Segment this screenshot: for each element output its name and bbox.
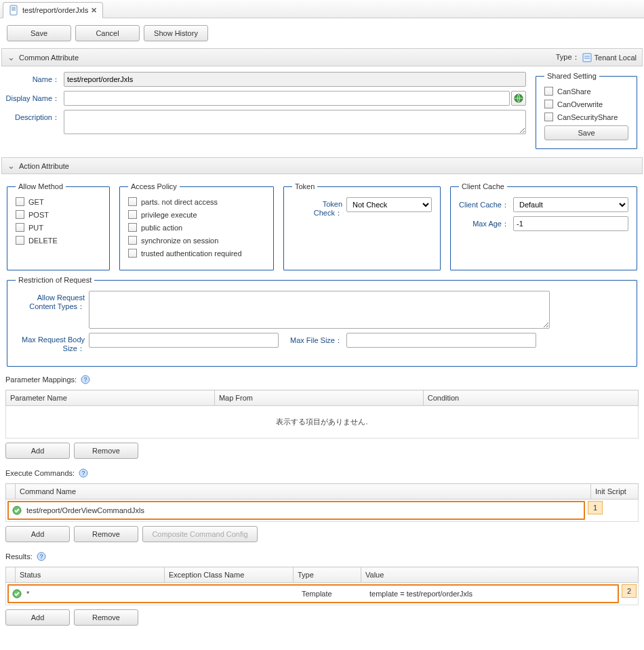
sync-checkbox[interactable] [128,236,137,245]
col-init-script[interactable]: Init Script [591,484,639,500]
result-icon [12,588,22,599]
put-label: PUT [28,224,43,232]
privilege-checkbox[interactable] [128,210,137,219]
parameter-mappings-grid: Parameter Name Map From Condition 表示する項目… [5,390,639,439]
parameter-mappings-label: Parameter Mappings: ? [0,375,644,387]
parts-label: parts. not direct access [141,198,218,206]
close-icon[interactable]: ✕ [91,6,97,15]
can-security-share-checkbox[interactable] [544,113,553,121]
max-age-label: Max Age： [459,216,513,229]
localize-button[interactable] [511,91,526,106]
svg-text:?: ? [84,376,87,383]
tab-title: test/report/orderJxls [22,6,88,14]
description-label: Description： [5,110,64,123]
access-policy-legend: Access Policy [128,182,180,190]
param-remove-button[interactable]: Remove [74,443,138,459]
trusted-checkbox[interactable] [128,249,137,258]
chevron-down-icon: ⌄ [7,53,15,62]
trusted-label: trusted authentication required [141,249,242,258]
col-condition[interactable]: Condition [423,390,638,406]
param-add-button[interactable]: Add [5,443,70,459]
col-exception[interactable]: Exception Class Name [165,567,294,583]
can-share-label: CanShare [557,87,591,96]
type-value: Tenant Local [595,54,637,62]
can-overwrite-label: CanOverwrite [557,100,603,108]
section-title: Common Attribute [19,54,79,62]
help-icon[interactable]: ? [79,468,88,478]
allow-ct-label: Allow Request Content Types： [16,291,89,312]
results-remove-button[interactable]: Remove [74,609,138,626]
svg-text:?: ? [39,553,43,560]
can-overwrite-checkbox[interactable] [544,100,553,108]
section-action-attribute[interactable]: ⌄ Action Attribute [1,157,643,174]
delete-checkbox[interactable] [16,236,24,245]
tab-bar: test/report/orderJxls ✕ [0,0,644,18]
post-checkbox[interactable] [16,210,24,219]
exec-add-button[interactable]: Add [5,526,70,542]
result-status: * [26,590,174,598]
results-add-button[interactable]: Add [5,609,70,626]
token-check-select[interactable]: Not Check [346,197,432,212]
max-age-field[interactable] [513,216,628,231]
get-label: GET [28,198,44,206]
display-name-field[interactable] [64,91,510,106]
description-field[interactable] [64,110,526,134]
document-icon [9,5,20,16]
col-map-from[interactable]: Map From [214,390,423,406]
command-name: test/report/OrderViewCommandJxls [26,506,144,514]
shared-setting-fieldset: Shared Setting CanShare CanOverwrite Can… [536,72,637,149]
result-row[interactable]: * Template template = test/report/orderJ… [7,584,619,603]
action-panel-body: Allow Method GET POST PUT DELETE Access … [0,174,644,375]
max-file-label: Max File Size： [279,333,346,346]
col-value[interactable]: Value [361,567,639,583]
client-cache-label: Client Cache： [459,197,513,210]
display-name-label: Display Name： [5,91,64,104]
public-label: public action [141,224,182,232]
results-label: Results: ? [0,552,644,564]
allow-ct-field[interactable] [89,291,550,329]
tab-order-jxls[interactable]: test/report/orderJxls ✕ [3,2,103,18]
access-policy-fieldset: Access Policy parts. not direct access p… [119,182,274,270]
results-grid: Status Exception Class Name Type Value *… [5,567,639,605]
section-common-attribute[interactable]: ⌄ Common Attribute Type： Tenant Local [1,48,643,66]
shared-save-button[interactable]: Save [544,125,628,140]
composite-config-button[interactable]: Composite Command Config [142,526,258,542]
put-checkbox[interactable] [16,223,24,232]
delete-label: DELETE [28,237,58,245]
toolbar: Save Cancel Show History [0,18,644,48]
empty-message: 表示する項目がありません. [6,406,639,439]
get-checkbox[interactable] [16,197,24,206]
show-history-button[interactable]: Show History [144,25,208,41]
col-parameter-name[interactable]: Parameter Name [6,390,215,406]
common-panel-body: Name： Display Name： Description： Shared … [0,66,644,157]
can-share-checkbox[interactable] [544,87,553,96]
execute-commands-grid: Command Name Init Script test/report/Ord… [5,483,639,522]
type-label: Type： [556,52,580,62]
col-command-name[interactable]: Command Name [16,484,591,500]
name-field[interactable] [64,72,526,87]
chevron-down-icon: ⌄ [7,161,15,170]
token-fieldset: Token Token Check： Not Check [283,182,441,270]
svg-rect-1 [583,54,591,62]
client-cache-select[interactable]: Default [513,197,628,212]
client-cache-fieldset: Client Cache Client Cache： Default Max A… [450,182,637,270]
badge-1: 1 [588,501,603,514]
max-file-field[interactable] [346,333,536,348]
col-type[interactable]: Type [294,567,361,583]
exec-remove-button[interactable]: Remove [74,526,138,542]
execute-commands-label: Execute Commands: ? [0,468,644,481]
restriction-fieldset: Restriction of Request Allow Request Con… [7,276,637,367]
can-security-share-label: CanSecurityShare [557,113,618,121]
parts-checkbox[interactable] [128,197,137,206]
max-body-field[interactable] [89,333,279,348]
public-checkbox[interactable] [128,223,137,232]
allow-method-legend: Allow Method [16,182,66,190]
col-status[interactable]: Status [16,567,165,583]
save-button[interactable]: Save [7,25,71,41]
cancel-button[interactable]: Cancel [75,25,140,41]
help-icon[interactable]: ? [37,552,46,561]
token-check-label: Token Check： [292,197,346,218]
help-icon[interactable]: ? [81,375,90,384]
result-value: template = test/report/orderJxls [369,590,472,598]
command-row[interactable]: test/report/OrderViewCommandJxls [7,501,585,520]
